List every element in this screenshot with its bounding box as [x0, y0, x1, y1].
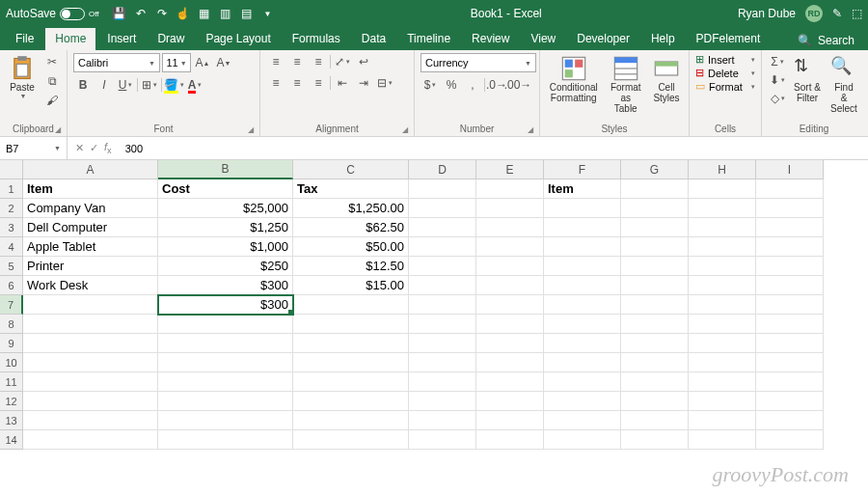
- row-header[interactable]: 11: [0, 372, 23, 392]
- cell[interactable]: [409, 430, 476, 450]
- cell[interactable]: [756, 430, 824, 450]
- conditional-formatting-button[interactable]: Conditional Formatting: [546, 53, 601, 105]
- cell[interactable]: [689, 334, 756, 353]
- cell[interactable]: $50.00: [293, 237, 409, 257]
- cell[interactable]: [621, 411, 689, 430]
- table-icon[interactable]: ▦: [198, 7, 211, 20]
- cell[interactable]: [409, 179, 476, 199]
- underline-button[interactable]: U▾: [116, 76, 135, 94]
- cell[interactable]: [621, 199, 689, 218]
- cell[interactable]: [23, 295, 158, 315]
- cell[interactable]: [689, 315, 756, 334]
- pen-icon[interactable]: ✎: [832, 7, 842, 20]
- tab-page-layout[interactable]: Page Layout: [196, 28, 280, 50]
- cell[interactable]: [409, 276, 476, 295]
- orientation-icon[interactable]: ⤢▾: [333, 53, 352, 70]
- cell[interactable]: $12.50: [293, 257, 409, 276]
- cell[interactable]: [293, 411, 409, 430]
- font-size-combo[interactable]: 11▼: [162, 53, 191, 72]
- cell[interactable]: [476, 353, 544, 372]
- increase-font-icon[interactable]: A▲: [193, 54, 212, 71]
- cell[interactable]: [756, 276, 824, 295]
- cell[interactable]: [409, 334, 476, 353]
- cell[interactable]: Item: [23, 179, 158, 199]
- cell[interactable]: [621, 218, 689, 237]
- cell[interactable]: [756, 392, 824, 411]
- col-header-D[interactable]: D: [409, 160, 476, 179]
- cell[interactable]: $1,250: [158, 218, 293, 237]
- col-header-E[interactable]: E: [476, 160, 544, 179]
- cell[interactable]: [476, 315, 544, 334]
- tab-formulas[interactable]: Formulas: [283, 28, 350, 50]
- cell[interactable]: [409, 315, 476, 334]
- cell[interactable]: [756, 199, 824, 218]
- format-painter-icon[interactable]: 🖌: [42, 92, 62, 109]
- cell[interactable]: [756, 334, 824, 353]
- col-header-C[interactable]: C: [293, 160, 409, 179]
- col-header-A[interactable]: A: [23, 160, 158, 179]
- cell[interactable]: [158, 392, 293, 411]
- cell[interactable]: [409, 218, 476, 237]
- tab-home[interactable]: Home: [45, 28, 95, 50]
- cell[interactable]: [621, 179, 689, 199]
- tab-help[interactable]: Help: [641, 28, 685, 50]
- cell[interactable]: [293, 334, 409, 353]
- cell[interactable]: $300: [158, 276, 293, 295]
- col-header-F[interactable]: F: [544, 160, 621, 179]
- cell[interactable]: [756, 237, 824, 257]
- selected-cell[interactable]: $300: [158, 295, 293, 315]
- cell[interactable]: [756, 353, 824, 372]
- row-header[interactable]: 6: [0, 276, 23, 295]
- cell[interactable]: [158, 372, 293, 392]
- cell[interactable]: [293, 295, 409, 315]
- cell[interactable]: [689, 372, 756, 392]
- select-all-button[interactable]: [0, 160, 23, 179]
- cell[interactable]: Apple Tablet: [23, 237, 158, 257]
- cell[interactable]: [689, 237, 756, 257]
- number-format-combo[interactable]: Currency▼: [420, 53, 536, 72]
- cell[interactable]: Work Desk: [23, 276, 158, 295]
- cell[interactable]: [544, 372, 621, 392]
- cell[interactable]: [689, 411, 756, 430]
- cell[interactable]: [293, 430, 409, 450]
- cell[interactable]: [544, 334, 621, 353]
- cell[interactable]: [621, 315, 689, 334]
- cell[interactable]: Tax: [293, 179, 409, 199]
- row-header[interactable]: 8: [0, 315, 23, 334]
- tab-data[interactable]: Data: [352, 28, 395, 50]
- cell[interactable]: [476, 276, 544, 295]
- cell[interactable]: [621, 334, 689, 353]
- fill-color-button[interactable]: 🪣▾: [164, 76, 183, 94]
- cell[interactable]: [756, 372, 824, 392]
- cell[interactable]: [621, 237, 689, 257]
- cell[interactable]: [544, 276, 621, 295]
- cell[interactable]: [476, 179, 544, 199]
- cell[interactable]: [756, 257, 824, 276]
- tab-pdfelement[interactable]: PDFelement: [687, 28, 771, 50]
- wrap-text-icon[interactable]: ↩: [354, 53, 373, 70]
- qat-customize-icon[interactable]: ▼: [261, 7, 275, 20]
- cell[interactable]: [409, 257, 476, 276]
- cell[interactable]: [293, 315, 409, 334]
- cell[interactable]: [621, 353, 689, 372]
- cancel-formula-icon[interactable]: ✕: [75, 142, 84, 154]
- redo-icon[interactable]: ↷: [155, 7, 169, 20]
- touch-icon[interactable]: ☝: [176, 7, 190, 20]
- cell[interactable]: [689, 353, 756, 372]
- format-button[interactable]: ▭Format▾: [695, 80, 755, 93]
- find-select-button[interactable]: 🔍 Find & Select: [827, 53, 860, 116]
- cell[interactable]: [158, 411, 293, 430]
- cell[interactable]: [158, 315, 293, 334]
- cell[interactable]: [23, 392, 158, 411]
- cell[interactable]: [756, 179, 824, 199]
- cell[interactable]: [621, 276, 689, 295]
- comma-button[interactable]: ,: [463, 76, 482, 94]
- copy-icon[interactable]: ⧉: [42, 72, 62, 90]
- cell[interactable]: [544, 199, 621, 218]
- search-button[interactable]: 🔍 Search: [790, 31, 862, 50]
- clear-button[interactable]: ◇▾: [768, 90, 787, 107]
- cell[interactable]: [756, 218, 824, 237]
- cell[interactable]: [476, 334, 544, 353]
- tab-insert[interactable]: Insert: [97, 28, 146, 50]
- row-header[interactable]: 12: [0, 392, 23, 411]
